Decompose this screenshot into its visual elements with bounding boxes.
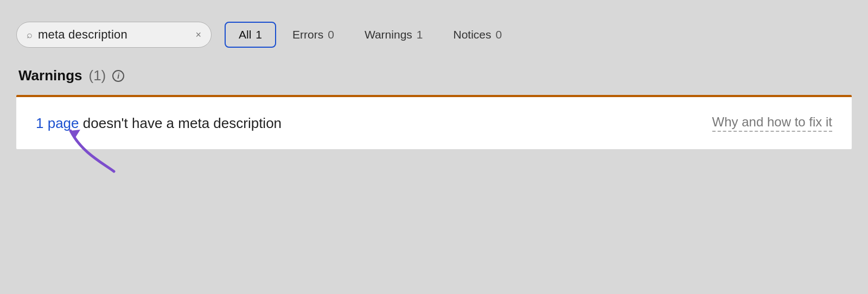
tab-all-count: 1 (256, 28, 262, 41)
tab-warnings-label: Warnings (365, 28, 412, 41)
top-bar: ⌕ meta description × All 1 Errors 0 Warn… (16, 22, 852, 48)
clear-icon[interactable]: × (195, 29, 201, 41)
tab-all[interactable]: All 1 (225, 22, 276, 48)
search-box[interactable]: ⌕ meta description × (16, 22, 212, 48)
tab-warnings[interactable]: Warnings 1 (350, 22, 437, 48)
warning-card: 1 page doesn't have a meta description W… (16, 95, 852, 149)
tab-notices-label: Notices (454, 28, 492, 41)
tab-errors-count: 0 (328, 28, 334, 41)
search-icon: ⌕ (27, 29, 33, 41)
section-title: Warnings (18, 67, 82, 84)
arrow-annotation (65, 120, 130, 182)
tab-all-label: All (239, 28, 251, 41)
info-icon[interactable]: i (112, 70, 124, 82)
filter-tabs: All 1 Errors 0 Warnings 1 Notices 0 (225, 22, 516, 48)
tab-notices-count: 0 (496, 28, 502, 41)
arrow-svg (65, 120, 130, 180)
fix-link[interactable]: Why and how to fix it (712, 114, 832, 132)
section-heading: Warnings (1) i (16, 67, 852, 84)
main-container: ⌕ meta description × All 1 Errors 0 Warn… (0, 0, 868, 294)
tab-notices[interactable]: Notices 0 (439, 22, 516, 48)
section-count: (1) (88, 67, 106, 84)
card-text: 1 page doesn't have a meta description (36, 115, 691, 132)
tab-errors[interactable]: Errors 0 (278, 22, 348, 48)
tab-errors-label: Errors (292, 28, 323, 41)
tab-warnings-count: 1 (417, 28, 423, 41)
search-value: meta description (38, 28, 190, 42)
